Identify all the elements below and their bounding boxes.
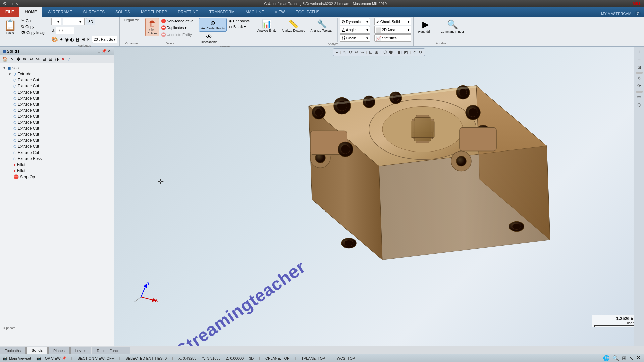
- view-3d-button[interactable]: 3D: [86, 18, 95, 25]
- color-icon[interactable]: 🎨: [51, 36, 58, 43]
- att-icon2[interactable]: ⊞: [81, 37, 85, 42]
- st-home[interactable]: 🏠: [1, 56, 9, 62]
- tab-solids[interactable]: SOLIDS: [110, 7, 136, 17]
- point-style-icon[interactable]: ✦: [59, 37, 63, 42]
- analyze-entity-button[interactable]: 📊 Analyze Entity: [255, 18, 278, 34]
- delete-entities-button[interactable]: 🗑 DeleteEntities: [145, 18, 159, 36]
- tree-item-ec3[interactable]: ⬡Extrude Cut: [1, 89, 112, 95]
- tree-item-ec8[interactable]: ⬡Extrude Cut: [1, 119, 112, 125]
- st-expand[interactable]: ⊞: [41, 56, 47, 62]
- tab-home[interactable]: HOME: [19, 7, 42, 17]
- tab-toolpaths[interactable]: TOOLPATHS: [290, 7, 325, 17]
- copy-button[interactable]: ⧉ Copy: [20, 24, 48, 29]
- line-width-dropdown[interactable]: ───── ▾: [63, 18, 85, 25]
- rt-rotate[interactable]: ⟳: [637, 83, 642, 89]
- chain-dropdown[interactable]: ⛓ Chain ▾: [340, 34, 370, 42]
- att-dropdown[interactable]: 20 : Part So▾: [92, 36, 117, 43]
- blank-button[interactable]: ◻ Blank ▾: [228, 24, 251, 30]
- rt-pan[interactable]: ✥: [637, 75, 642, 81]
- tree-item-ec10[interactable]: ⬡Extrude Cut: [1, 131, 112, 137]
- run-addin-button[interactable]: ▶ Run Add-In: [416, 18, 436, 35]
- st-move[interactable]: ✥: [16, 56, 21, 62]
- st-arrow[interactable]: ↖: [9, 56, 15, 62]
- non-associative-button[interactable]: ⛔ Non-Associative: [160, 18, 194, 24]
- tab-levels[interactable]: Levels: [70, 347, 91, 354]
- surface-icon[interactable]: ◉: [65, 37, 69, 42]
- main-viewset-label[interactable]: Main Viewset: [9, 356, 31, 360]
- line-style-dropdown[interactable]: — ▾: [51, 18, 61, 25]
- st-delete[interactable]: ✕: [60, 56, 66, 62]
- tab-machine[interactable]: MACHINE: [240, 7, 269, 17]
- tree-item-ec4[interactable]: ⬡Extrude Cut: [1, 95, 112, 101]
- copy-image-button[interactable]: 🖼 Copy Image: [20, 30, 48, 35]
- arc-center-points-button[interactable]: ⊕ Arc Center Points: [199, 18, 227, 32]
- status-grid-icon[interactable]: ⊞: [622, 355, 626, 361]
- tree-item-ec12[interactable]: ⬡Extrude Cut: [1, 143, 112, 149]
- tab-view[interactable]: VIEW: [269, 7, 290, 17]
- rt-zoom-out[interactable]: −: [637, 56, 641, 63]
- tab-recent-functions[interactable]: Recent Functions: [92, 347, 131, 354]
- tab-transform[interactable]: TRANSFORM: [204, 7, 240, 17]
- st-undo[interactable]: ↩: [29, 56, 34, 62]
- window-control-close[interactable]: ✕: [15, 2, 18, 6]
- top-view-label[interactable]: TOP VIEW: [43, 356, 60, 360]
- panel-float-icon[interactable]: ⊟: [97, 49, 101, 53]
- angle-dropdown[interactable]: ∠ Angle ▾: [340, 26, 370, 34]
- dynamic-dropdown[interactable]: ⚙ Dynamic ▾: [340, 18, 370, 25]
- status-zoom-icon[interactable]: 🔍: [612, 355, 619, 361]
- cut-button[interactable]: ✂ Cut: [20, 18, 48, 23]
- analyze-toolpath-button[interactable]: 🔧 Analyze Toolpath: [308, 18, 335, 34]
- st-redo[interactable]: ↪: [35, 56, 41, 62]
- st-edit[interactable]: ✏: [22, 56, 28, 62]
- tree-item-ec2[interactable]: ⬡Extrude Cut: [1, 83, 112, 89]
- status-cursor-icon[interactable]: ↖: [629, 355, 633, 361]
- tab-surfaces[interactable]: SURFACES: [77, 7, 110, 17]
- z-input[interactable]: [56, 27, 74, 34]
- check-solid-dropdown[interactable]: ✔ Check Solid ▾: [374, 18, 411, 25]
- paste-button[interactable]: 📋 Paste: [1, 18, 19, 45]
- tree-item-ec13[interactable]: ⬡Extrude Cut: [1, 149, 112, 156]
- tree-item-ec1[interactable]: ⬡Extrude Cut: [1, 77, 112, 83]
- tab-solids-bottom[interactable]: Solids: [26, 347, 48, 354]
- rt-perspective[interactable]: ⬡: [637, 102, 642, 108]
- tree-item-ec5[interactable]: ⬡Extrude Cut: [1, 101, 112, 107]
- tree-item-ec9[interactable]: ⬡Extrude Cut: [1, 125, 112, 131]
- tab-toolpaths[interactable]: Toolpaths: [0, 347, 26, 354]
- panel-close-icon[interactable]: ✕: [108, 49, 111, 53]
- opacity-icon[interactable]: ◐: [70, 37, 74, 42]
- att-icon1[interactable]: ▦: [75, 37, 80, 42]
- undelete-button[interactable]: ⛔ Undelete Entity: [160, 32, 194, 38]
- two-d-area-dropdown[interactable]: ⬜ 2D Area ▾: [374, 26, 411, 34]
- tree-item-ec11[interactable]: ⬡Extrude Cut: [1, 137, 112, 143]
- st-hide[interactable]: ◑: [54, 56, 60, 62]
- status-view-icon[interactable]: 👁: [636, 355, 641, 361]
- tab-wireframe[interactable]: WIREFRAME: [42, 7, 77, 17]
- help-icon[interactable]: ?: [635, 11, 641, 17]
- duplicates-button[interactable]: ⛔ Duplicates ▾: [160, 25, 194, 31]
- status-globe-icon[interactable]: 🌐: [603, 355, 610, 361]
- analyze-distance-button[interactable]: 📏 Analyze Distance: [280, 18, 307, 34]
- tab-file[interactable]: FILE: [0, 7, 19, 17]
- tree-item-stop-op[interactable]: ⛔ Stop Op: [1, 174, 112, 180]
- rt-fit[interactable]: ⊡: [637, 64, 642, 70]
- tree-item-fillet2[interactable]: ●Fillet: [1, 168, 112, 174]
- tree-item-ec6[interactable]: ⬡Extrude Cut: [1, 107, 112, 113]
- tab-drafting[interactable]: DRAFTING: [172, 7, 204, 17]
- tree-item-fillet1[interactable]: ●Fillet: [1, 162, 112, 168]
- viewport[interactable]: ▸ | ↖ ⟳ ↩ ↪ | ⊡ ⊞ | ⬡ ⬢ | ◧ ◩ | ↻ ↺: [114, 47, 644, 346]
- tree-item-ec7[interactable]: ⬡Extrude Cut: [1, 113, 112, 119]
- command-finder-button[interactable]: 🔍 Command Finder: [438, 18, 467, 35]
- st-help[interactable]: ?: [67, 56, 71, 62]
- statistics-dropdown[interactable]: 📈 Statistics: [374, 34, 411, 42]
- window-control-restore[interactable]: □: [12, 2, 14, 6]
- att-icon3[interactable]: ⊡: [87, 37, 91, 42]
- tab-model-prep[interactable]: MODEL PREP: [136, 7, 172, 17]
- tree-item-extrude[interactable]: ▼ ⬡ Extrude: [1, 71, 112, 77]
- endpoints-button[interactable]: ◈ Endpoints: [228, 18, 251, 24]
- window-control-minimize[interactable]: ─: [9, 2, 11, 6]
- my-mastercam-label[interactable]: MY MASTERCAM: [601, 12, 631, 16]
- tab-planes[interactable]: Planes: [48, 347, 70, 354]
- rt-view[interactable]: 👁: [636, 94, 642, 100]
- panel-pin-icon[interactable]: 📌: [102, 49, 107, 53]
- rt-zoom-in[interactable]: +: [637, 48, 641, 55]
